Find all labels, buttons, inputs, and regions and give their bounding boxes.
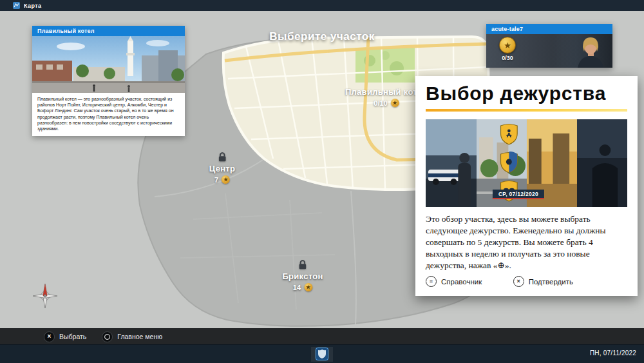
district-info-card: Плавильный котел	[32, 26, 185, 136]
reference-button[interactable]: ≡ Справочник	[426, 276, 482, 287]
district-progress-value: 7	[214, 176, 218, 184]
compass-rose	[32, 282, 58, 309]
dialog-body-text: Это обзор участка, здесь вы можете выбра…	[415, 207, 638, 271]
district-progress: 14 ★	[293, 283, 312, 291]
player-name: acute-tale7	[486, 24, 612, 34]
reference-button-label: Справочник	[441, 278, 482, 286]
badge-star-icon: ★	[222, 175, 230, 184]
player-card: acute-tale7 ★ 0/30	[486, 24, 612, 68]
main-menu-action-label: Главное меню	[117, 333, 162, 340]
district-name: Центр	[209, 164, 236, 173]
dialog-title: Выбор дежурства	[415, 76, 638, 108]
district-card-title: Плавильный котел	[32, 26, 185, 36]
circle-button-icon	[102, 331, 113, 342]
district-name: Брикстон	[282, 271, 323, 281]
select-action-label: Выбрать	[59, 333, 86, 340]
dialog-accent-rule	[426, 109, 627, 112]
district-card-image	[32, 36, 185, 93]
screen-title: Карта	[24, 3, 41, 9]
player-progress: 0/30	[490, 55, 525, 61]
district-label-center[interactable]: Центр 7 ★	[209, 152, 236, 184]
district-progress: 0/10 ★	[374, 99, 399, 107]
player-card-body: ★ 0/30	[486, 34, 612, 68]
badge-star-icon: ★	[304, 283, 312, 291]
lock-icon	[218, 152, 226, 162]
rank-star-icon: ★	[499, 37, 516, 54]
menu-button-icon: ≡	[426, 276, 437, 287]
district-card-description: Плавильный котел — это разнообразный уча…	[32, 93, 185, 136]
district-progress: 7 ★	[214, 175, 230, 184]
player-portrait	[553, 34, 612, 68]
taskbar: ПН, 07/11/2022	[0, 344, 644, 363]
top-bar: Карта	[0, 0, 644, 11]
district-label-brixton[interactable]: Брикстон 14 ★	[282, 260, 323, 291]
dialog-actions: ≡ Справочник × Подтвердить	[415, 276, 638, 296]
district-progress-value: 0/10	[374, 99, 387, 107]
x-button-icon: ×	[44, 331, 55, 342]
badge-star-icon: ★	[391, 99, 399, 107]
map-icon	[13, 2, 20, 9]
select-action[interactable]: × Выбрать	[44, 331, 86, 342]
confirm-button[interactable]: × Подтвердить	[513, 276, 573, 287]
taskbar-date: ПН, 07/11/2022	[590, 349, 636, 357]
district-progress-value: 14	[293, 284, 301, 291]
action-bar: × Выбрать Главное меню	[0, 328, 644, 345]
shift-dialog: Выбор дежурства	[415, 76, 638, 296]
x-button-icon: ×	[513, 276, 524, 287]
game-screen: Карта Выберите участок Плавильный котел …	[0, 0, 644, 363]
main-menu-action[interactable]: Главное меню	[102, 331, 162, 342]
confirm-button-label: Подтвердить	[529, 278, 573, 286]
shift-preview-strip: СР, 07/12/2020	[426, 119, 627, 207]
lock-icon	[298, 260, 307, 270]
taskbar-app-icon[interactable]	[311, 347, 333, 362]
shift-date-badge: СР, 07/12/2020	[493, 190, 544, 199]
